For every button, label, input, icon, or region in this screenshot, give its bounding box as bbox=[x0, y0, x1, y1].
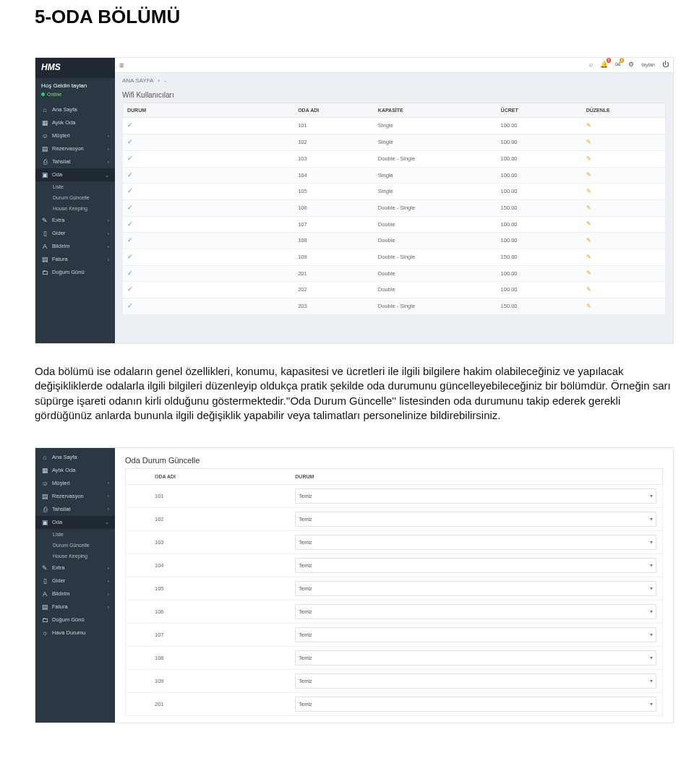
edit-icon[interactable]: ✎ bbox=[586, 303, 591, 309]
nav: ⌂Ana Sayfa ▦Aylık Oda ☺Müşteri› ▤Rezerva… bbox=[35, 103, 115, 279]
status-select[interactable]: Temiz bbox=[295, 535, 656, 550]
nav-bildirim[interactable]: ABildirim› bbox=[35, 240, 115, 253]
nav-musteri[interactable]: ☺Müşteri› bbox=[35, 129, 115, 142]
breadcrumb-item[interactable]: ANA SAYFA bbox=[122, 77, 153, 84]
status-select[interactable]: Temiz bbox=[295, 581, 656, 596]
chevron-right-icon: › bbox=[105, 565, 109, 572]
edit-icon[interactable]: ✎ bbox=[586, 139, 591, 145]
cake-icon: 🗀 bbox=[41, 269, 48, 276]
nav-extra[interactable]: ✎Extra› bbox=[35, 214, 115, 227]
nav-ana-sayfa[interactable]: ⌂Ana Sayfa bbox=[35, 103, 115, 116]
status-select[interactable]: Temiz bbox=[295, 558, 656, 573]
nav-musteri[interactable]: ☺Müşteri› bbox=[35, 477, 115, 490]
status-select[interactable]: Temiz bbox=[295, 627, 656, 642]
screenshot-room-status: ⌂Ana Sayfa ▦Aylık Oda ☺Müşteri› ▤Rezerva… bbox=[35, 447, 674, 723]
nav-fatura[interactable]: ▤Fatura› bbox=[35, 253, 115, 266]
status-select[interactable]: Temiz bbox=[295, 650, 656, 665]
check-icon: ✓ bbox=[127, 285, 133, 293]
check-icon: ✓ bbox=[127, 121, 133, 129]
nav-ana-sayfa[interactable]: ⌂Ana Sayfa bbox=[35, 451, 115, 464]
cell-oda: 107 bbox=[298, 221, 378, 228]
nav-label: Doğum Günü bbox=[52, 616, 85, 624]
nav-gider[interactable]: ▯Gider› bbox=[35, 574, 115, 587]
weather-icon: ☼ bbox=[41, 629, 48, 637]
nav-oda[interactable]: ▣Oda⌄ bbox=[35, 168, 115, 181]
calendar-icon: ▤ bbox=[41, 493, 48, 500]
status-select[interactable]: Temiz bbox=[295, 512, 656, 527]
subnav-house-keeping[interactable]: House Keeping bbox=[35, 203, 115, 214]
status-select[interactable]: Temiz bbox=[295, 673, 656, 689]
topbar-user[interactable]: taylan bbox=[641, 61, 655, 68]
cell-oda: 203 bbox=[298, 303, 378, 310]
mail-icon[interactable]: ✉3 bbox=[615, 61, 621, 69]
status-select[interactable]: Temiz bbox=[295, 697, 656, 712]
subnav-liste[interactable]: Liste bbox=[35, 529, 115, 540]
th-oda: ODA ADI bbox=[155, 473, 295, 480]
cell-ucret: 150.00 bbox=[501, 303, 586, 310]
nav-aylik-oda[interactable]: ▦Aylık Oda bbox=[35, 464, 115, 477]
nav-dogum-gunu[interactable]: 🗀Doğum Günü bbox=[35, 266, 115, 279]
cell-ucret: 100.00 bbox=[501, 286, 586, 293]
chevron-right-icon: › bbox=[105, 217, 109, 224]
edit-icon[interactable]: ✎ bbox=[586, 204, 591, 211]
nav-oda[interactable]: ▣Oda⌄ bbox=[35, 516, 115, 529]
nav-label: Bildirim bbox=[52, 243, 70, 250]
section-heading: 5-ODA BÖLÜMÜ bbox=[35, 6, 674, 28]
power-icon[interactable]: ⏻ bbox=[662, 61, 669, 69]
grid-icon: ▣ bbox=[41, 171, 48, 178]
cell-oda: 103 bbox=[155, 539, 295, 546]
nav-extra[interactable]: ✎Extra› bbox=[35, 561, 115, 574]
edit-icon[interactable]: ✎ bbox=[586, 155, 591, 162]
edit-icon[interactable]: ✎ bbox=[586, 122, 591, 129]
users-icon: ☺ bbox=[41, 132, 48, 139]
edit-icon[interactable]: ✎ bbox=[586, 270, 591, 276]
hamburger-icon[interactable]: ≡ bbox=[119, 60, 124, 70]
status-select[interactable]: Temiz bbox=[295, 604, 656, 619]
search-icon[interactable]: ⌕ bbox=[589, 61, 593, 69]
cell-oda: 102 bbox=[298, 139, 378, 146]
cell-ucret: 100.00 bbox=[501, 155, 586, 163]
welcome-text: Hoş Geldin taylan bbox=[41, 82, 109, 90]
nav-label: Tahsilat bbox=[52, 158, 70, 165]
nav-fatura[interactable]: ▤Fatura› bbox=[35, 600, 115, 613]
nav-gider[interactable]: ▯Gider› bbox=[35, 227, 115, 240]
cell-oda: 104 bbox=[155, 562, 295, 569]
nav-label: Müşteri bbox=[52, 480, 70, 487]
nav-aylik-oda[interactable]: ▦Aylık Oda bbox=[35, 116, 115, 129]
bell-icon[interactable]: 🔔5 bbox=[600, 61, 608, 69]
edit-icon[interactable]: ✎ bbox=[586, 286, 591, 293]
nav-label: Ana Sayfa bbox=[52, 454, 77, 461]
chevron-right-icon: › bbox=[105, 146, 109, 152]
cell-kapasite: Single bbox=[378, 172, 501, 179]
subnav-durum-guncelle[interactable]: Durum Güncelle bbox=[35, 192, 115, 203]
chevron-down-icon: ⌄ bbox=[102, 172, 109, 178]
nav-label: Rezervasyon bbox=[52, 493, 84, 500]
cell-kapasite: Double bbox=[378, 221, 501, 228]
edit-icon[interactable]: ✎ bbox=[586, 237, 591, 244]
table-row: ✓108Double100.00✎ bbox=[122, 233, 666, 249]
subnav-house-keeping[interactable]: House Keeping bbox=[35, 551, 115, 561]
nav-hava-durumu[interactable]: ☼Hava Durumu bbox=[35, 626, 115, 639]
nav-dogum-gunu[interactable]: 🗀Doğum Günü bbox=[35, 613, 115, 626]
subnav-durum-guncelle[interactable]: Durum Güncelle bbox=[35, 540, 115, 551]
nav-rezervasyon[interactable]: ▤Rezervasyon› bbox=[35, 142, 115, 155]
edit-icon[interactable]: ✎ bbox=[586, 220, 591, 227]
nav: ⌂Ana Sayfa ▦Aylık Oda ☺Müşteri› ▤Rezerva… bbox=[35, 451, 115, 639]
edit-icon[interactable]: ✎ bbox=[586, 188, 591, 194]
edit-icon[interactable]: ✎ bbox=[586, 254, 591, 260]
nav-label: Aylık Oda bbox=[52, 467, 75, 474]
cell-ucret: 150.00 bbox=[501, 204, 586, 212]
nav-label: Oda bbox=[52, 519, 62, 526]
nav-label: Doğum Günü bbox=[52, 269, 85, 276]
edit-icon[interactable]: ✎ bbox=[586, 171, 591, 178]
nav-tahsilat[interactable]: ⎙Tahsilat› bbox=[35, 155, 115, 168]
screenshot-rooms-list: HMS Hoş Geldin taylan Online ⌂Ana Sayfa … bbox=[35, 57, 674, 344]
chevron-down-icon: ⌄ bbox=[102, 519, 109, 525]
nav-tahsilat[interactable]: ⎙Tahsilat› bbox=[35, 503, 115, 516]
status-select[interactable]: Temiz bbox=[295, 488, 656, 504]
nav-rezervasyon[interactable]: ▤Rezervasyon› bbox=[35, 490, 115, 503]
subnav-liste[interactable]: Liste bbox=[35, 181, 115, 192]
table-row: 108Temiz bbox=[125, 647, 663, 670]
gear-icon[interactable]: ⚙ bbox=[628, 61, 634, 69]
nav-bildirim[interactable]: ABildirim› bbox=[35, 587, 115, 600]
